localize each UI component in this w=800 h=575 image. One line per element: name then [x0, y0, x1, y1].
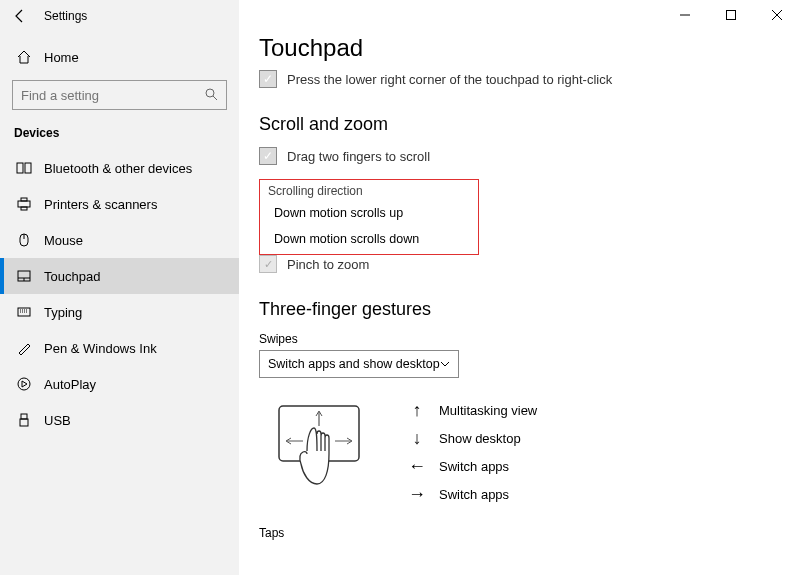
svg-line-1: [213, 96, 217, 100]
checkbox-drag-row[interactable]: ✓ Drag two fingers to scroll: [259, 147, 780, 165]
scrolling-direction-dropdown[interactable]: Scrolling direction Down motion scrolls …: [259, 179, 479, 255]
printer-icon: [16, 196, 38, 212]
back-button[interactable]: [6, 2, 34, 30]
home-label: Home: [44, 50, 79, 65]
svg-rect-6: [21, 207, 27, 210]
autoplay-icon: [16, 376, 38, 392]
titlebar: Settings: [0, 0, 239, 32]
checkbox-label: Press the lower right corner of the touc…: [287, 72, 612, 87]
sidebar-item-label: Printers & scanners: [44, 197, 157, 212]
pen-icon: [16, 340, 38, 356]
svg-rect-16: [21, 414, 27, 419]
gesture-row: → Switch apps: [405, 480, 537, 508]
dropdown-label: Scrolling direction: [260, 180, 478, 200]
svg-rect-17: [20, 419, 28, 426]
svg-rect-3: [25, 163, 31, 173]
sidebar-item-typing[interactable]: Typing: [0, 294, 239, 330]
gesture-text: Switch apps: [439, 459, 509, 474]
sidebar-item-label: USB: [44, 413, 71, 428]
checkbox-label: Pinch to zoom: [287, 257, 369, 272]
sidebar: Settings Home Devices Bluetooth & other …: [0, 0, 239, 575]
sidebar-item-label: Mouse: [44, 233, 83, 248]
checkbox-icon: ✓: [259, 70, 277, 88]
checkbox-rightclick-row[interactable]: ✓ Press the lower right corner of the to…: [259, 70, 780, 88]
sidebar-item-touchpad[interactable]: Touchpad: [0, 258, 239, 294]
keyboard-icon: [16, 304, 38, 320]
svg-rect-5: [21, 198, 27, 201]
checkbox-icon: ✓: [259, 147, 277, 165]
sidebar-item-label: Pen & Windows Ink: [44, 341, 157, 356]
taps-label: Taps: [259, 526, 780, 540]
sidebar-item-bluetooth[interactable]: Bluetooth & other devices: [0, 150, 239, 186]
search-wrap: [12, 80, 227, 110]
window-controls: [662, 0, 800, 30]
sidebar-item-label: Bluetooth & other devices: [44, 161, 192, 176]
close-button[interactable]: [754, 0, 800, 30]
gesture-text: Multitasking view: [439, 403, 537, 418]
usb-icon: [16, 412, 38, 428]
section-scroll-zoom: Scroll and zoom: [259, 114, 780, 135]
arrow-left-icon: ←: [405, 456, 429, 477]
home-button[interactable]: Home: [0, 40, 239, 74]
group-header: Devices: [0, 120, 239, 150]
arrow-down-icon: ↓: [405, 428, 429, 449]
dropdown-option[interactable]: Down motion scrolls up: [260, 200, 478, 226]
arrow-up-icon: ↑: [405, 400, 429, 421]
gesture-list: ↑ Multitasking view ↓ Show desktop ← Swi…: [405, 396, 537, 516]
arrow-right-icon: →: [405, 484, 429, 505]
svg-rect-2: [17, 163, 23, 173]
gesture-row: ↑ Multitasking view: [405, 396, 537, 424]
sidebar-item-label: AutoPlay: [44, 377, 96, 392]
sidebar-item-printers[interactable]: Printers & scanners: [0, 186, 239, 222]
section-three-finger: Three-finger gestures: [259, 299, 780, 320]
dropdown-option[interactable]: Down motion scrolls down: [260, 226, 478, 252]
swipes-dropdown[interactable]: Switch apps and show desktop: [259, 350, 459, 378]
chevron-down-icon: [440, 359, 450, 369]
gesture-area: ↑ Multitasking view ↓ Show desktop ← Swi…: [259, 396, 780, 516]
home-icon: [16, 49, 38, 65]
content-pane: Touchpad ✓ Press the lower right corner …: [239, 0, 800, 575]
sidebar-item-label: Typing: [44, 305, 82, 320]
sidebar-item-autoplay[interactable]: AutoPlay: [0, 366, 239, 402]
sidebar-item-label: Touchpad: [44, 269, 100, 284]
gesture-row: ↓ Show desktop: [405, 424, 537, 452]
svg-rect-4: [18, 201, 30, 207]
sidebar-item-mouse[interactable]: Mouse: [0, 222, 239, 258]
sidebar-item-usb[interactable]: USB: [0, 402, 239, 438]
sidebar-item-pen[interactable]: Pen & Windows Ink: [0, 330, 239, 366]
search-icon: [203, 86, 219, 102]
page-title: Touchpad: [259, 34, 780, 62]
gesture-text: Show desktop: [439, 431, 521, 446]
search-input[interactable]: [12, 80, 227, 110]
swipes-label: Swipes: [259, 332, 780, 346]
svg-rect-19: [727, 11, 736, 20]
checkbox-label: Drag two fingers to scroll: [287, 149, 430, 164]
gesture-illustration: [259, 396, 379, 516]
bluetooth-icon: [16, 160, 38, 176]
gesture-row: ← Switch apps: [405, 452, 537, 480]
swipes-value: Switch apps and show desktop: [268, 357, 440, 371]
window-title: Settings: [44, 9, 87, 23]
checkbox-icon: ✓: [259, 255, 277, 273]
svg-point-0: [206, 89, 214, 97]
maximize-button[interactable]: [708, 0, 754, 30]
checkbox-pinch-row[interactable]: ✓ Pinch to zoom: [259, 255, 780, 273]
gesture-text: Switch apps: [439, 487, 509, 502]
svg-point-15: [18, 378, 30, 390]
mouse-icon: [16, 232, 38, 248]
minimize-button[interactable]: [662, 0, 708, 30]
touchpad-icon: [16, 268, 38, 284]
